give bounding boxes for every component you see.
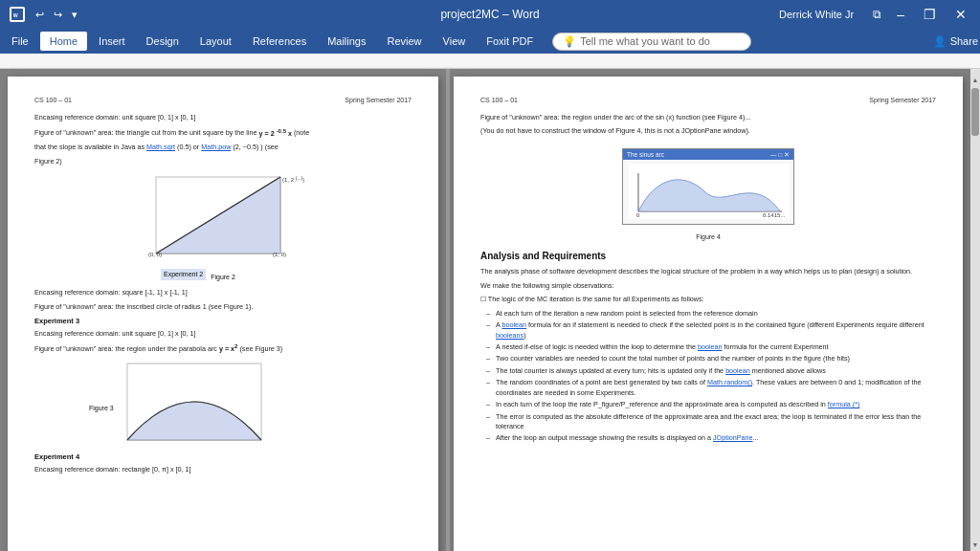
share-label: Share <box>950 35 978 47</box>
enclosing-line4: Encasing reference domain: rectangle [0,… <box>34 465 412 474</box>
share-icon: 👤 <box>933 35 947 48</box>
share-button[interactable]: 👤 Share <box>933 35 978 48</box>
scrollbar[interactable]: ▲ ▼ <box>970 69 980 551</box>
tab-mailings[interactable]: Mailings <box>318 32 375 51</box>
right-page: CS 100 – 01 Spring Semester 2017 Figure … <box>454 77 963 551</box>
analysis-p2: We make the following simple observation… <box>480 281 936 291</box>
bullet-5: The total counter is always updated at e… <box>496 366 936 376</box>
enclosing-line2: Encasing reference domain: square [-1, 1… <box>34 288 412 298</box>
figure3-area: Figure 3 <box>34 359 412 449</box>
figure2-label: Figure 2 <box>127 273 319 282</box>
scroll-down-button[interactable]: ▼ <box>971 541 979 549</box>
bullet-1: At each turn of the iteration a new rand… <box>496 309 936 319</box>
undo-redo-group: ↩ ↪ ▾ <box>33 7 80 23</box>
svg-text:(1, 2 (...)): (1, 2 (...)) <box>282 175 304 183</box>
figure3-label-left: Figure 3 <box>89 404 114 413</box>
tab-design[interactable]: Design <box>137 32 189 51</box>
mini-window-title-bar: The sinus arc — □ ✕ <box>623 149 793 160</box>
tab-layout[interactable]: Layout <box>190 32 241 51</box>
document-area: CS 100 – 01 Spring Semester 2017 Encasin… <box>0 69 980 551</box>
figure-note2: Figure 2) <box>34 157 412 166</box>
tab-insert[interactable]: Insert <box>89 32 135 51</box>
mini-window-controls: — □ ✕ <box>770 150 790 159</box>
tab-foxit[interactable]: Foxit PDF <box>477 32 543 51</box>
tab-home[interactable]: Home <box>40 32 87 51</box>
tell-me-label: Tell me what you want to do <box>580 35 710 47</box>
experiment4-label: Experiment 4 <box>34 452 412 463</box>
analysis-p1: The analysis phase of software developme… <box>480 267 936 276</box>
figure2-container: (0, 0) (1, 0) (1, 2 (...)) Experiment 2 … <box>127 172 319 282</box>
figure3-svg <box>118 359 271 445</box>
bullet-2: A boolean formula for an if statement is… <box>496 320 936 341</box>
right-header-left: CS 100 – 01 <box>480 96 518 105</box>
figure4-label: Figure 4 <box>696 232 721 242</box>
bullet-8: The error is computed as the absolute di… <box>496 412 936 432</box>
title-bar-right: Derrick White Jr ⧉ – ❐ ✕ <box>779 7 970 22</box>
experiment2-label: Experiment 2 <box>161 269 206 280</box>
bullet-4: Two counter variables are needed to coun… <box>496 354 936 364</box>
right-header-right: Spring Semester 2017 <box>869 96 936 105</box>
figure-sin-desc: Figure of "unknown" area: the region und… <box>480 113 936 122</box>
title-bar-left: W ↩ ↪ ▾ <box>10 7 80 23</box>
scroll-thumb[interactable] <box>971 88 979 136</box>
figure-note: that the slope is available in Java as M… <box>34 143 412 152</box>
lightbulb-icon: 💡 <box>563 35 576 48</box>
sin-arc-svg: 0 0.1415... <box>629 164 790 219</box>
quick-access-dropdown[interactable]: ▾ <box>69 7 80 23</box>
tab-view[interactable]: View <box>434 32 476 51</box>
close-button[interactable]: ✕ <box>951 7 970 22</box>
left-header-left: CS 100 – 01 <box>34 96 72 105</box>
bullet-9: After the loop an output message showing… <box>496 433 936 443</box>
svg-text:(1, 0): (1, 0) <box>273 252 286 257</box>
bullet-7: In each turn of the loop the rate P_figu… <box>496 400 936 409</box>
bullet-3: A nested if-else of logic is needed with… <box>496 342 936 352</box>
figure4-area: The sinus arc — □ ✕ 0 <box>480 143 936 242</box>
left-header-right: Spring Semester 2017 <box>345 96 412 105</box>
enclosing-line3: Encasing reference domain: unit square [… <box>34 329 412 339</box>
figure-sin-note: (You do not have to construct the window… <box>480 126 936 136</box>
bullet-6: The random coordinates of a point are be… <box>496 378 936 398</box>
analysis-bullets: At each turn of the iteration a new rand… <box>480 309 936 444</box>
tab-references[interactable]: References <box>243 32 316 51</box>
figure-circle: Figure of "unknown" area: the inscribed … <box>34 302 412 312</box>
figure4-mini-window: The sinus arc — □ ✕ 0 <box>622 148 794 225</box>
undo-button[interactable]: ↩ <box>33 7 47 23</box>
svg-text:0.1415...: 0.1415... <box>763 212 786 218</box>
right-page-header: CS 100 – 01 Spring Semester 2017 <box>480 96 936 105</box>
document-title: project2MC – Word <box>440 8 539 21</box>
logic-label: ☐ The logic of the MC iteration is the s… <box>480 295 936 304</box>
svg-text:(0, 0): (0, 0) <box>148 252 162 257</box>
figure2-svg: (0, 0) (1, 0) (1, 2 (...)) <box>127 172 319 268</box>
tell-me-input[interactable]: 💡 Tell me what you want to do <box>552 33 751 51</box>
experiment3-label: Experiment 3 <box>34 317 412 327</box>
ribbon: File Home Insert Design Layout Reference… <box>0 29 980 54</box>
mini-window-body: 0 0.1415... <box>623 160 793 225</box>
scroll-up-button[interactable]: ▲ <box>971 77 979 84</box>
restore-button[interactable]: ❐ <box>920 7 940 22</box>
word-app-icon: W <box>10 7 25 22</box>
figure3-container: Figure 3 <box>118 359 271 449</box>
figure2-area: (0, 0) (1, 0) (1, 2 (...)) Experiment 2 … <box>34 172 412 282</box>
tab-review[interactable]: Review <box>378 32 432 51</box>
ruler <box>0 54 980 69</box>
svg-text:W: W <box>13 12 18 18</box>
figure-unknown-line: Figure of "unknown" area: the triangle c… <box>34 126 412 139</box>
page-divider <box>446 69 450 551</box>
minimize-button[interactable]: – <box>893 7 908 22</box>
user-name: Derrick White Jr <box>779 9 854 20</box>
left-page-header: CS 100 – 01 Spring Semester 2017 <box>34 96 412 105</box>
tab-file[interactable]: File <box>2 32 38 51</box>
right-page-content: Figure of "unknown" area: the region und… <box>480 113 936 444</box>
title-bar: W ↩ ↪ ▾ project2MC – Word Derrick White … <box>0 0 980 29</box>
left-page: CS 100 – 01 Spring Semester 2017 Encasin… <box>8 77 438 551</box>
mini-window-title: The sinus arc <box>627 150 664 159</box>
enclosing-line1: Encasing reference domain: unit square [… <box>34 113 412 122</box>
window-options-button[interactable]: ⧉ <box>873 8 881 21</box>
figure-parabola: Figure of "unknown" area: the region und… <box>34 342 412 355</box>
analysis-heading: Analysis and Requirements <box>480 250 936 264</box>
redo-button[interactable]: ↪ <box>51 7 65 23</box>
